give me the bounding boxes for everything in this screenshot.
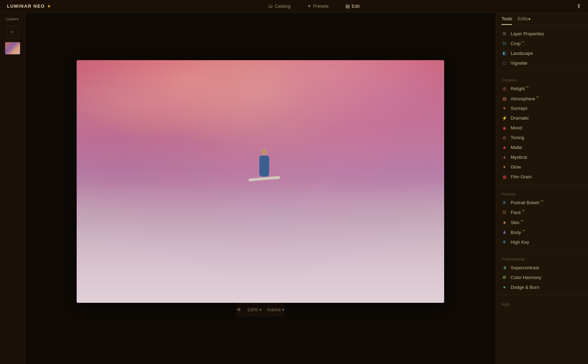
tool-sunrays[interactable]: ✳ Sunrays <box>496 104 588 113</box>
nav-catalog[interactable]: 🗂 Catalog <box>265 2 293 10</box>
body-icon: ♟ <box>502 229 507 235</box>
layers-label: Layers <box>6 17 19 21</box>
matte-icon: ■ <box>502 145 507 150</box>
tool-matte[interactable]: ■ Matte <box>496 143 588 152</box>
zoom-value: 105% <box>247 307 258 312</box>
topbar: LUMINAR NEO ✦ 🗂 Catalog ✦ Presets ▤ Edit… <box>0 0 588 13</box>
catalog-icon: 🗂 <box>268 3 273 9</box>
sunrays-icon: ✳ <box>502 106 507 111</box>
dodge-burn-icon: ● <box>502 284 507 290</box>
tab-tools[interactable]: Tools <box>502 16 512 25</box>
panel-tabs: Tools Edits <box>496 13 588 25</box>
tool-landscape[interactable]: ◧ Landscape <box>496 48 588 58</box>
face-icon: ⊡ <box>502 209 507 215</box>
zoom-chevron: ▾ <box>259 307 261 312</box>
portrait-header: Portrait <box>496 190 588 198</box>
logo-text: LUMINAR NEO <box>7 3 45 9</box>
tool-mood[interactable]: ◉ Mood <box>496 123 588 133</box>
surfer-figure <box>248 149 280 180</box>
divider-2 <box>496 185 588 185</box>
divider-3 <box>496 250 588 250</box>
tool-vignette[interactable]: ◻ Vignette <box>496 58 588 68</box>
add-layer-button[interactable]: + <box>6 26 19 38</box>
layer-properties-icon: ⊞ <box>502 31 507 36</box>
portrait-section: Portrait ⊛ Portrait Bokeh™ ⊡ Face™ ◈ Ski… <box>496 186 588 248</box>
main-layout: Layers + 👁 105% ▾ <box>0 13 588 364</box>
vignette-icon: ◻ <box>502 60 507 66</box>
tool-atmosphere[interactable]: ▤ Atmosphere™ <box>496 94 588 104</box>
main-image <box>77 60 444 303</box>
visibility-icon[interactable]: 👁 <box>237 307 241 313</box>
divider-1 <box>496 71 588 71</box>
layer-thumbnail[interactable] <box>5 42 20 55</box>
zoom-control[interactable]: 105% ▾ <box>247 307 261 312</box>
tool-high-key[interactable]: ❄ High Key <box>496 237 588 247</box>
nav-center: 🗂 Catalog ✦ Presets ▤ Edit <box>265 2 362 10</box>
right-panel: Tools Edits ⊞ Layer Properties ⊡ Crop™ ◧… <box>496 13 588 364</box>
tool-body[interactable]: ♟ Body™ <box>496 227 588 237</box>
creative-header: Creative <box>496 76 588 84</box>
actions-chevron: ▾ <box>282 307 284 312</box>
tool-toning[interactable]: ⊙ Toning <box>496 133 588 143</box>
tools-section: ⊞ Layer Properties ⊡ Crop™ ◧ Landscape ◻… <box>496 25 588 69</box>
edit-icon: ▤ <box>345 3 350 9</box>
crop-icon: ⊡ <box>502 41 507 46</box>
glow-icon: ✦ <box>502 164 507 170</box>
film-grain-icon: ▦ <box>502 174 507 180</box>
plus-icon: + <box>10 29 14 36</box>
tool-supercontrast[interactable]: ◑ Supercontrast <box>496 263 588 272</box>
dramatic-icon: ⚡ <box>502 115 507 121</box>
tool-crop[interactable]: ⊡ Crop™ <box>496 38 588 48</box>
edits-dot <box>528 18 530 20</box>
left-sidebar: Layers + <box>0 13 25 364</box>
mystical-icon: ♦ <box>502 155 507 160</box>
toning-icon: ⊙ <box>502 135 507 141</box>
tab-edits[interactable]: Edits <box>518 16 530 25</box>
canvas-area: 👁 105% ▾ Actions ▾ <box>25 13 496 364</box>
relight-icon: ◎ <box>502 86 507 91</box>
app-logo: LUMINAR NEO ✦ <box>7 3 51 9</box>
logo-star: ✦ <box>47 3 51 9</box>
presets-icon: ✦ <box>307 3 311 9</box>
tool-dramatic[interactable]: ⚡ Dramatic <box>496 113 588 123</box>
actions-label: Actions <box>267 307 281 312</box>
tool-film-grain[interactable]: ▦ Film Grain <box>496 172 588 182</box>
skin-icon: ◈ <box>502 220 507 225</box>
wave-overlay <box>77 181 444 303</box>
upload-button[interactable]: ⬆ <box>576 3 581 9</box>
tool-skin[interactable]: ◈ Skin™ <box>496 217 588 227</box>
creative-section: Creative ◎ Relight™ ▤ Atmosphere™ ✳ Sunr… <box>496 72 588 183</box>
tool-layer-properties[interactable]: ⊞ Layer Properties <box>496 29 588 38</box>
bottom-bar: 👁 105% ▾ Actions ▾ <box>237 303 284 317</box>
supercontrast-icon: ◑ <box>502 265 507 270</box>
surfer-head <box>261 149 267 155</box>
main-image-container <box>77 60 444 303</box>
mood-icon: ◉ <box>502 125 507 131</box>
divider-4 <box>496 295 588 295</box>
professional-section: Professional ◑ Supercontrast ✿ Color Har… <box>496 251 588 293</box>
tool-relight[interactable]: ◎ Relight™ <box>496 84 588 93</box>
nav-presets[interactable]: ✦ Presets <box>304 2 331 10</box>
high-header: High <box>496 300 588 308</box>
tool-glow[interactable]: ✦ Glow <box>496 162 588 172</box>
nav-edit[interactable]: ▤ Edit <box>343 2 362 10</box>
tool-face[interactable]: ⊡ Face™ <box>496 207 588 217</box>
portrait-bokeh-icon: ⊛ <box>502 200 507 205</box>
tool-dodge-burn[interactable]: ● Dodge & Burn <box>496 282 588 292</box>
tool-portrait-bokeh[interactable]: ⊛ Portrait Bokeh™ <box>496 198 588 207</box>
tool-color-harmony[interactable]: ✿ Color Harmony <box>496 272 588 282</box>
professional-header: Professional <box>496 255 588 263</box>
surfer-body <box>259 156 269 177</box>
actions-button[interactable]: Actions ▾ <box>267 307 284 312</box>
high-section: High <box>496 297 588 309</box>
color-harmony-icon: ✿ <box>502 274 507 280</box>
landscape-icon: ◧ <box>502 50 507 56</box>
tool-mystical[interactable]: ♦ Mystical <box>496 152 588 162</box>
atmosphere-icon: ▤ <box>502 96 507 101</box>
high-key-icon: ❄ <box>502 239 507 245</box>
